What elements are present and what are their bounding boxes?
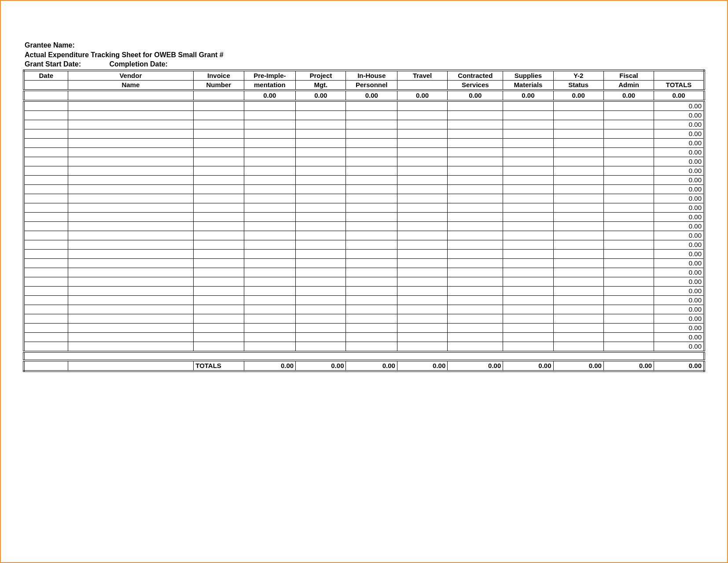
data-cell[interactable]: [24, 110, 68, 120]
data-cell[interactable]: [68, 166, 194, 175]
data-cell[interactable]: [553, 166, 603, 175]
data-cell[interactable]: [194, 277, 244, 286]
data-cell[interactable]: [448, 249, 503, 258]
data-cell[interactable]: [296, 138, 346, 147]
data-cell[interactable]: [603, 323, 654, 332]
data-cell[interactable]: [397, 342, 447, 352]
data-cell[interactable]: [244, 212, 296, 221]
data-cell[interactable]: [24, 277, 68, 286]
data-cell[interactable]: [24, 342, 68, 352]
data-cell[interactable]: [24, 249, 68, 258]
data-cell[interactable]: [346, 268, 397, 277]
data-cell[interactable]: [603, 332, 654, 342]
data-cell[interactable]: [503, 129, 553, 138]
data-cell[interactable]: [448, 295, 503, 305]
data-cell[interactable]: [68, 194, 194, 203]
data-cell[interactable]: [397, 268, 447, 277]
data-cell[interactable]: [503, 120, 553, 129]
data-cell[interactable]: [24, 166, 68, 175]
data-cell[interactable]: [194, 221, 244, 231]
data-cell[interactable]: [448, 277, 503, 286]
data-cell[interactable]: [397, 175, 447, 184]
data-cell[interactable]: [397, 138, 447, 147]
data-cell[interactable]: [553, 258, 603, 268]
data-cell[interactable]: [603, 184, 654, 194]
data-cell[interactable]: [296, 166, 346, 175]
data-cell[interactable]: [553, 268, 603, 277]
data-cell[interactable]: [68, 175, 194, 184]
data-cell[interactable]: [296, 286, 346, 295]
data-cell[interactable]: [553, 147, 603, 157]
data-cell[interactable]: [448, 166, 503, 175]
data-cell[interactable]: [503, 147, 553, 157]
data-cell[interactable]: [24, 175, 68, 184]
data-cell[interactable]: [448, 286, 503, 295]
data-cell[interactable]: [296, 277, 346, 286]
data-cell[interactable]: [346, 295, 397, 305]
data-cell[interactable]: [603, 221, 654, 231]
data-cell[interactable]: [346, 101, 397, 111]
data-cell[interactable]: [194, 323, 244, 332]
data-cell[interactable]: [194, 249, 244, 258]
data-cell[interactable]: [503, 295, 553, 305]
data-cell[interactable]: [194, 184, 244, 194]
data-cell[interactable]: [194, 240, 244, 249]
data-cell[interactable]: [448, 203, 503, 212]
data-cell[interactable]: [448, 157, 503, 166]
data-cell[interactable]: [68, 342, 194, 352]
data-cell[interactable]: [397, 110, 447, 120]
data-cell[interactable]: [603, 175, 654, 184]
data-cell[interactable]: [194, 203, 244, 212]
data-cell[interactable]: [194, 286, 244, 295]
data-cell[interactable]: [244, 240, 296, 249]
data-cell[interactable]: [503, 323, 553, 332]
data-cell[interactable]: [68, 240, 194, 249]
data-cell[interactable]: [244, 203, 296, 212]
data-cell[interactable]: [397, 295, 447, 305]
data-cell[interactable]: [194, 314, 244, 323]
data-cell[interactable]: [296, 240, 346, 249]
data-cell[interactable]: [553, 277, 603, 286]
data-cell[interactable]: [194, 342, 244, 352]
data-cell[interactable]: [194, 295, 244, 305]
data-cell[interactable]: [397, 166, 447, 175]
data-cell[interactable]: [68, 138, 194, 147]
data-cell[interactable]: [68, 184, 194, 194]
data-cell[interactable]: [503, 286, 553, 295]
data-cell[interactable]: [448, 323, 503, 332]
data-cell[interactable]: [503, 203, 553, 212]
data-cell[interactable]: [296, 120, 346, 129]
data-cell[interactable]: [397, 323, 447, 332]
data-cell[interactable]: [194, 138, 244, 147]
data-cell[interactable]: [346, 221, 397, 231]
data-cell[interactable]: [194, 212, 244, 221]
data-cell[interactable]: [24, 314, 68, 323]
data-cell[interactable]: [553, 305, 603, 314]
data-cell[interactable]: [244, 147, 296, 157]
data-cell[interactable]: [24, 332, 68, 342]
data-cell[interactable]: [244, 110, 296, 120]
data-cell[interactable]: [24, 212, 68, 221]
data-cell[interactable]: [346, 157, 397, 166]
data-cell[interactable]: [503, 332, 553, 342]
data-cell[interactable]: [553, 212, 603, 221]
data-cell[interactable]: [553, 323, 603, 332]
data-cell[interactable]: [448, 240, 503, 249]
data-cell[interactable]: [296, 305, 346, 314]
data-cell[interactable]: [68, 286, 194, 295]
data-cell[interactable]: [346, 332, 397, 342]
data-cell[interactable]: [503, 110, 553, 120]
data-cell[interactable]: [603, 258, 654, 268]
data-cell[interactable]: [346, 286, 397, 295]
data-cell[interactable]: [603, 314, 654, 323]
data-cell[interactable]: [553, 110, 603, 120]
data-cell[interactable]: [448, 138, 503, 147]
data-cell[interactable]: [603, 147, 654, 157]
data-cell[interactable]: [448, 194, 503, 203]
data-cell[interactable]: [397, 194, 447, 203]
data-cell[interactable]: [244, 258, 296, 268]
data-cell[interactable]: [503, 166, 553, 175]
data-cell[interactable]: [244, 268, 296, 277]
data-cell[interactable]: [503, 157, 553, 166]
data-cell[interactable]: [194, 268, 244, 277]
